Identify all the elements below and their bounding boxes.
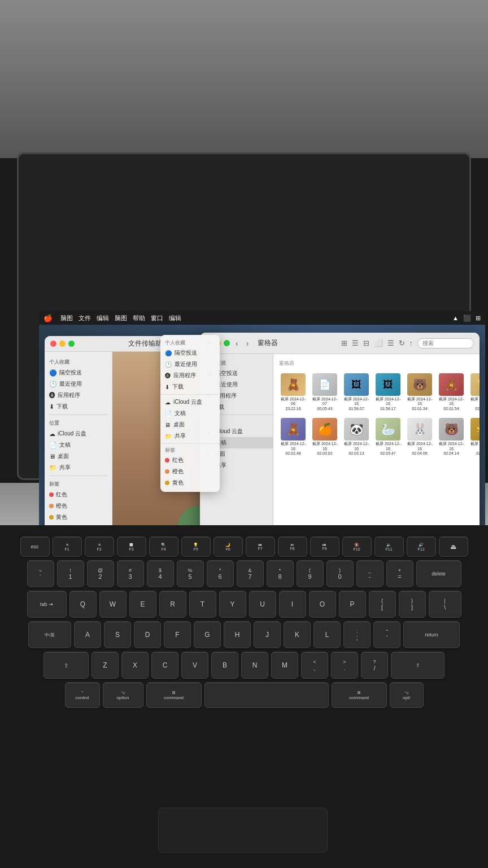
key-option-left[interactable]: ⌥ option: [103, 682, 143, 708]
fsp-red[interactable]: 红色: [160, 455, 220, 466]
key-k[interactable]: K: [284, 621, 311, 648]
key-backslash[interactable]: | \: [429, 591, 461, 618]
key-option-right[interactable]: ⌥ opti: [390, 682, 424, 708]
view-sort-btn[interactable]: ☰: [386, 338, 395, 348]
view-column-btn[interactable]: ⊟: [362, 338, 371, 348]
key-u[interactable]: U: [249, 591, 276, 618]
finder-item-7[interactable]: 🐱 截屏 2024-12-1602.02.14: [469, 372, 480, 413]
key-control[interactable]: ⌃ control: [65, 682, 100, 708]
key-shift-left[interactable]: ⇧: [43, 652, 89, 679]
finder-item-1[interactable]: 🧸 截屏 2024-12-0623.22.16: [279, 372, 307, 413]
key-f3[interactable]: 🔲 F3: [117, 536, 146, 557]
key-f10[interactable]: 🔇 F10: [342, 536, 372, 557]
key-h[interactable]: H: [224, 621, 251, 648]
key-f2[interactable]: ☀ F2: [85, 536, 114, 557]
key-5[interactable]: % 5: [177, 560, 204, 587]
finder-item-4[interactable]: 🖼 截屏 2024-12-1601.58.17: [374, 372, 402, 413]
key-2[interactable]: @ 2: [87, 560, 114, 587]
finder-item-10[interactable]: 🍊 截屏 2024-12-1602.03.02: [311, 416, 339, 457]
menu-item-view[interactable]: 脑图: [115, 314, 127, 322]
sidebar-item-documents[interactable]: 📄 文稿: [45, 439, 112, 451]
key-q[interactable]: Q: [69, 591, 97, 618]
menu-item-app[interactable]: 脑图: [60, 314, 73, 322]
view-list-btn[interactable]: ☰: [351, 338, 360, 348]
fsp-icloud[interactable]: ☁ iCloud 云盘: [160, 396, 220, 408]
view-action-btn[interactable]: ↻: [398, 338, 406, 348]
key-d[interactable]: D: [134, 621, 161, 648]
fsp-yellow[interactable]: 黄色: [160, 477, 220, 488]
finder-item-2[interactable]: 📄 截屏 2024-12-0700.05.43: [311, 372, 339, 413]
sidebar-item-airdrop[interactable]: 🔵 隔空投送: [45, 367, 112, 378]
key-f[interactable]: F: [164, 621, 191, 648]
fsp-airdrop[interactable]: 🔵 隔空投送: [160, 347, 220, 359]
minimize-button[interactable]: [59, 341, 66, 347]
key-f6[interactable]: 🌙 F6: [213, 536, 243, 557]
key-o[interactable]: O: [309, 591, 336, 618]
finder-item-15[interactable]: 🌟 截屏 2024-12-1602.04...: [469, 416, 480, 457]
finder-item-5[interactable]: 🐻 截屏 2024-12-1602.01.34: [406, 372, 434, 413]
key-0[interactable]: ) 0: [326, 560, 354, 587]
key-quote[interactable]: " ': [373, 621, 400, 648]
fsp-shared[interactable]: 📁 共享: [160, 430, 220, 442]
key-period[interactable]: > .: [331, 652, 358, 679]
key-c[interactable]: C: [151, 652, 178, 679]
key-rbracket[interactable]: } ]: [399, 591, 426, 618]
menu-item-file[interactable]: 文件: [79, 314, 91, 322]
key-a[interactable]: A: [74, 621, 101, 648]
fsp-documents[interactable]: 📄 文稿: [160, 408, 220, 419]
key-equals[interactable]: + =: [386, 560, 413, 587]
finder-item-13[interactable]: 🐰 截屏 2024-12-1602.04.06: [406, 416, 434, 457]
maximize-button[interactable]: [68, 341, 75, 347]
fsp-recents[interactable]: 🕐 最近使用: [160, 359, 220, 370]
key-shift-right[interactable]: ⇧: [391, 652, 445, 679]
key-z[interactable]: Z: [91, 652, 119, 679]
apple-menu[interactable]: 🍎: [43, 314, 53, 322]
key-tilde[interactable]: ~ `: [27, 560, 54, 587]
key-e[interactable]: E: [129, 591, 156, 618]
key-tab[interactable]: tab ⇥: [27, 591, 67, 618]
finder-item-14[interactable]: 🐻 截屏 2024-12-1602.04.14: [437, 416, 465, 457]
key-space[interactable]: [204, 682, 329, 708]
close-button[interactable]: [50, 341, 56, 347]
fsp-orange[interactable]: 橙色: [160, 466, 220, 477]
key-m[interactable]: M: [271, 652, 298, 679]
key-i[interactable]: I: [279, 591, 306, 618]
menu-item-extra[interactable]: 编辑: [169, 314, 181, 322]
key-f1[interactable]: ☀ F1: [53, 536, 82, 557]
key-9[interactable]: ( 9: [297, 560, 324, 587]
key-semicolon[interactable]: : ;: [343, 621, 371, 648]
key-f11[interactable]: 🔉 F11: [374, 536, 404, 557]
finder-maximize-button[interactable]: [224, 340, 230, 346]
key-p[interactable]: P: [339, 591, 366, 618]
fsp-desktop[interactable]: 🖥 桌面: [160, 419, 220, 430]
key-6[interactable]: ^ 6: [207, 560, 234, 587]
key-command-right[interactable]: ⌘ command: [332, 682, 387, 708]
sidebar-item-desktop[interactable]: 🖥 桌面: [45, 451, 112, 462]
key-return[interactable]: return: [403, 621, 460, 648]
key-j[interactable]: J: [254, 621, 281, 648]
trackpad[interactable]: [158, 808, 328, 853]
key-f7[interactable]: ⏮ F7: [246, 536, 275, 557]
key-n[interactable]: N: [241, 652, 268, 679]
key-r[interactable]: R: [159, 591, 186, 618]
key-8[interactable]: * 8: [267, 560, 294, 587]
menu-item-window[interactable]: 窗口: [151, 314, 163, 322]
key-minus[interactable]: _ -: [356, 560, 384, 587]
key-3[interactable]: # 3: [117, 560, 144, 587]
key-comma[interactable]: < ,: [301, 652, 328, 679]
finder-item-11[interactable]: 🐼 截屏 2024-12-1602.03.13: [342, 416, 371, 457]
key-l[interactable]: L: [313, 621, 341, 648]
key-command-left[interactable]: ⌘ command: [146, 682, 202, 708]
fsp-applications[interactable]: 🅐 应用程序: [160, 370, 220, 381]
key-f4[interactable]: 🔍 F4: [149, 536, 178, 557]
key-v[interactable]: V: [181, 652, 208, 679]
finder-item-12[interactable]: 🦢 截屏 2024-12-1602.03.47: [374, 416, 402, 457]
key-capslock[interactable]: 中/英: [28, 621, 71, 648]
key-s[interactable]: S: [104, 621, 131, 648]
key-w[interactable]: W: [99, 591, 127, 618]
key-lbracket[interactable]: { [: [369, 591, 396, 618]
key-slash[interactable]: ? /: [361, 652, 388, 679]
sidebar-item-shared[interactable]: 📁 共享: [45, 462, 112, 473]
key-f12[interactable]: 🔊 F12: [407, 536, 436, 557]
key-y[interactable]: Y: [219, 591, 246, 618]
